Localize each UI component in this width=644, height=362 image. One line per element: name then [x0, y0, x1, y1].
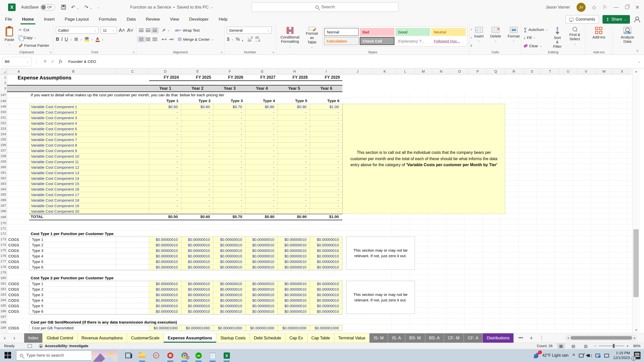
value-cell[interactable]: - [278, 165, 310, 170]
cogs-category-cell[interactable]: COGS [8, 292, 27, 298]
table-row[interactable]: Variable Cost Component 10 - - - - - - [29, 154, 342, 159]
cogs-category-cell[interactable]: COGS [8, 309, 27, 314]
empty-cell[interactable] [116, 253, 149, 259]
value-cell[interactable]: - [149, 165, 181, 170]
value-cell[interactable]: - [246, 170, 278, 175]
table-row[interactable]: Variable Cost Component 7 - - - - - - [29, 137, 342, 143]
value-cell[interactable]: $0.00000010 [149, 248, 181, 253]
percent-format-button[interactable]: % [236, 37, 240, 41]
component-label-cell[interactable]: Variable Cost Component 11 [29, 159, 149, 164]
value-cell[interactable]: $0.00000010 [181, 298, 214, 303]
total-value-cell[interactable]: $0.90 [278, 214, 310, 219]
value-cell[interactable]: - [213, 198, 246, 203]
empty-cell[interactable] [116, 309, 149, 314]
component-label-cell[interactable]: Variable Cost Component 4 [29, 121, 149, 126]
value-cell[interactable]: $0.00000010 [246, 309, 278, 314]
value-cell[interactable]: $0.00000010 [213, 259, 246, 264]
value-cell[interactable]: - [310, 203, 342, 208]
value-cell[interactable]: $0.00000010 [278, 281, 310, 286]
sheet-tab[interactable]: Cap Table [307, 333, 334, 343]
gb-label-cell[interactable]: Cost per GB Transmitted [29, 325, 116, 331]
value-cell[interactable]: - [246, 187, 278, 192]
value-cell[interactable]: $0.00000010 [149, 264, 181, 270]
dialog-launcher-icon[interactable]: ↘ [132, 51, 135, 54]
table-row[interactable]: Variable Cost Component 8 - - - - - - [29, 143, 342, 148]
insert-cells-button[interactable]: Insert⌄ [472, 26, 486, 49]
value-cell[interactable]: - [278, 115, 310, 120]
value-cell[interactable]: $1.00 [310, 104, 342, 109]
find-select-button[interactable]: Find &Select ⌄ [567, 26, 583, 49]
table-row[interactable]: Variable Cost Component 4 - - - - - - [29, 121, 342, 126]
cell-style-option[interactable]: Good [395, 28, 430, 36]
column-header[interactable]: J [342, 68, 374, 74]
scroll-down-icon[interactable]: ▼ [632, 327, 640, 333]
value-cell[interactable]: - [149, 181, 181, 186]
cogs-category-cell[interactable]: COGS [8, 325, 27, 331]
table-row[interactable]: Variable Cost Component 12 - - - - - - [29, 165, 342, 170]
value-cell[interactable]: - [310, 159, 342, 164]
value-cell[interactable]: $0.000001000 [181, 325, 214, 331]
notepad-button[interactable] [208, 350, 217, 360]
value-cell[interactable]: - [246, 126, 278, 131]
add-person-icon[interactable] [633, 16, 640, 23]
borders-icon[interactable]: ⊞ [74, 37, 78, 41]
value-cell[interactable]: - [181, 192, 214, 197]
tab-options-icon[interactable]: ⋮ [539, 335, 544, 341]
value-cell[interactable]: $0.00000010 [246, 264, 278, 270]
delete-cells-button[interactable]: Delete⌄ [488, 26, 503, 49]
value-cell[interactable]: $0.00000010 [278, 287, 310, 292]
value-cell[interactable]: - [278, 209, 310, 214]
column-header[interactable]: B [31, 68, 116, 74]
table-row[interactable]: Variable Cost Component 17 - - - - - - [29, 192, 342, 198]
zoom-out-icon[interactable]: − [594, 344, 596, 348]
value-cell[interactable]: $0.00000010 [310, 259, 342, 264]
value-cell[interactable]: - [278, 137, 310, 142]
column-header[interactable]: L [396, 68, 415, 74]
tab-scroll-right-icon[interactable]: › [10, 333, 19, 343]
display-icon[interactable] [604, 354, 609, 357]
value-cell[interactable]: $0.00000010 [278, 303, 310, 308]
type-label-cell[interactable]: Type 2 [29, 242, 116, 248]
value-cell[interactable]: - [278, 170, 310, 175]
type-header-cell[interactable]: Type 3 [214, 98, 246, 104]
column-header[interactable]: U [559, 68, 577, 74]
component-label-cell[interactable]: Variable Cost Component 10 [29, 154, 149, 159]
news-widget-image[interactable] [91, 350, 117, 362]
value-cell[interactable]: $0.00000010 [213, 242, 246, 248]
value-cell[interactable]: $0.00000010 [310, 303, 342, 308]
network-status-icon[interactable] [595, 354, 600, 357]
value-cell[interactable]: $0.000001000 [246, 325, 278, 331]
value-cell[interactable]: $0.00000010 [181, 281, 214, 286]
value-cell[interactable]: $0.00000010 [149, 292, 181, 297]
value-cell[interactable]: $0.00000010 [246, 248, 278, 253]
cogs-category-cell[interactable]: COGS [8, 298, 27, 303]
save-icon[interactable] [61, 5, 66, 10]
value-cell[interactable]: $0.00000010 [213, 298, 246, 303]
value-cell[interactable]: - [278, 181, 310, 186]
type-header-cell[interactable]: Type 5 [278, 98, 310, 104]
value-cell[interactable]: $0.000001000 [149, 325, 181, 331]
value-cell[interactable]: - [149, 131, 181, 137]
component-label-cell[interactable]: Variable Cost Component 5 [29, 126, 149, 131]
component-label-cell[interactable]: Variable Cost Component 18 [29, 198, 149, 203]
table-row[interactable]: COGS Type 6 $0.00000010 $0.00000010 $0.0… [29, 264, 342, 270]
cogs-category-cell[interactable]: COGS [8, 281, 27, 287]
insert-function-icon[interactable]: fx [59, 59, 62, 64]
empty-cell[interactable] [116, 325, 149, 331]
excel-logo-icon[interactable]: X [8, 4, 16, 11]
year-header-band[interactable]: Year 1Year 2Year 3Year 4Year 5Year 6 [7, 85, 342, 92]
clear-button[interactable]: Clear⌄ [524, 43, 548, 49]
pen-input-icon[interactable] [579, 354, 584, 357]
cogs-category-cell[interactable]: COGS [8, 242, 27, 248]
upwork-button[interactable]: up [194, 350, 203, 360]
table-row[interactable]: COGS Type 3 $0.00000010 $0.00000010 $0.0… [29, 248, 342, 253]
value-cell[interactable]: - [310, 126, 342, 131]
empty-cell[interactable] [116, 292, 149, 297]
sheet-tab[interactable]: Expense Assumptions [164, 333, 216, 343]
value-cell[interactable]: - [213, 115, 246, 120]
value-cell[interactable]: - [278, 131, 310, 137]
value-cell[interactable]: - [181, 148, 214, 153]
component-label-cell[interactable]: Variable Cost Component 9 [29, 148, 149, 153]
value-cell[interactable]: - [181, 121, 214, 126]
start-button[interactable] [5, 352, 12, 359]
